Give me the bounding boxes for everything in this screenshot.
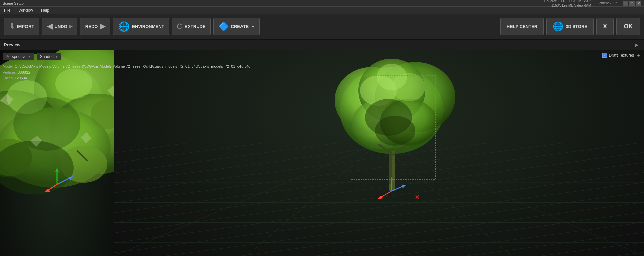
gpu-info: GeForce GTX 1080/PCIe/SSE2 1153/8192 MB … <box>544 0 591 8</box>
checkbox-check-icon: ✓ <box>603 54 606 57</box>
redo-button[interactable]: REDO ▶ <box>80 18 111 35</box>
faces-row: Faces: 129604 <box>3 75 250 81</box>
perspective-label: Perspective <box>6 54 27 59</box>
help-center-button[interactable]: HELP CENTER <box>500 18 544 35</box>
extrude-button[interactable]: ⬡ EXTRUDE <box>172 18 210 35</box>
x-button[interactable]: X <box>596 18 614 35</box>
x-label: X <box>603 23 607 30</box>
create-dropdown-arrow-icon: ▼ <box>251 25 255 28</box>
redo-icon: ▶ <box>100 22 105 31</box>
store-button[interactable]: 🌐 3D STORE <box>546 18 594 35</box>
shaded-dropdown[interactable]: Shaded ▼ <box>37 53 61 60</box>
draft-textures-label: Draft Textures <box>609 53 634 58</box>
model-path-row: Model: Q:/3D/CGAxis-Models-Volume-72-Tre… <box>3 64 250 70</box>
store-icon: 🌐 <box>553 21 564 32</box>
toolbar: ⬇ IMPORT ◀ UNDO ▶ REDO ▶ 🌐 ENVIRONMENT ⬡… <box>0 14 644 40</box>
viewport: ✕ Perspective ▼ Shaded ▼ ✓ Draft Texture… <box>0 50 644 256</box>
restore-button[interactable]: □ <box>629 1 635 6</box>
preview-bar: Preview ▶ <box>0 40 644 50</box>
shaded-label: Shaded <box>40 54 54 59</box>
svg-point-42 <box>377 64 407 90</box>
import-button[interactable]: ⬇ IMPORT <box>4 18 39 35</box>
ok-label: OK <box>624 23 633 30</box>
help-center-label: HELP CENTER <box>507 24 538 29</box>
svg-marker-53 <box>402 185 406 188</box>
create-icon: 🔷 <box>218 21 229 32</box>
undo-right-icon: ▶ <box>69 24 72 29</box>
svg-text:✕: ✕ <box>415 194 420 201</box>
ok-button[interactable]: OK <box>616 18 640 35</box>
app-version: Element 2.2.2 <box>596 1 617 5</box>
draft-textures-checkbox[interactable]: ✓ <box>602 53 607 58</box>
environment-button[interactable]: 🌐 ENVIRONMENT <box>113 18 169 35</box>
close-button[interactable]: ✕ <box>636 1 641 6</box>
store-label: 3D STORE <box>566 24 587 29</box>
vertices-value: 388812 <box>18 70 30 74</box>
model-path: Q:/3D/CGAxis-Models-Volume-72-Trees-IX/C… <box>15 64 250 68</box>
menu-window[interactable]: Window <box>17 7 34 13</box>
undo-icon: ◀ <box>47 22 53 31</box>
svg-point-44 <box>375 116 415 146</box>
import-label: IMPORT <box>17 24 34 29</box>
create-label: CREATE <box>231 24 249 29</box>
draft-textures-section: ✓ Draft Textures <box>602 53 634 58</box>
extrude-label: EXTRUDE <box>184 24 205 29</box>
undo-label: UNDO <box>55 24 67 29</box>
menu-help[interactable]: Help <box>40 7 51 13</box>
viewport-controls: Perspective ▼ Shaded ▼ <box>3 53 61 60</box>
menubar: File Window Help <box>0 7 644 14</box>
minimize-button[interactable]: ─ <box>623 1 628 6</box>
titlebar: Scene Setup GeForce GTX 1080/PCIe/SSE2 1… <box>0 0 644 7</box>
toolbar-right: HELP CENTER 🌐 3D STORE X OK <box>500 18 640 35</box>
preview-expand-button[interactable]: ▶ <box>633 42 640 48</box>
environment-icon: 🌐 <box>118 21 130 32</box>
extrude-icon: ⬡ <box>177 22 182 30</box>
window-title: Scene Setup <box>3 1 24 5</box>
menu-file[interactable]: File <box>3 7 12 13</box>
vertices-row: Vertices: 388812 <box>3 70 250 76</box>
svg-marker-55 <box>378 195 383 199</box>
perspective-dropdown[interactable]: Perspective ▼ <box>3 53 34 60</box>
preview-label: Preview <box>4 42 20 47</box>
titlebar-right: GeForce GTX 1080/PCIe/SSE2 1153/8192 MB … <box>544 0 641 8</box>
model-info: Model: Q:/3D/CGAxis-Models-Volume-72-Tre… <box>3 64 250 81</box>
titlebar-controls[interactable]: ─ □ ✕ <box>623 1 641 6</box>
tree-main-view: ✕ <box>328 57 455 201</box>
redo-label: REDO <box>85 24 98 29</box>
canvas-area: ✕ Perspective ▼ Shaded ▼ ✓ Draft Texture… <box>0 50 644 256</box>
faces-value: 129604 <box>15 76 27 80</box>
shaded-arrow-icon: ▼ <box>55 55 58 58</box>
create-button[interactable]: 🔷 CREATE ▼ <box>213 18 260 35</box>
import-icon: ⬇ <box>9 22 15 31</box>
undo-button[interactable]: ◀ UNDO ▶ <box>42 18 77 35</box>
environment-label: ENVIRONMENT <box>132 24 164 29</box>
perspective-arrow-icon: ▼ <box>28 55 31 58</box>
viewport-add-button[interactable]: + <box>635 52 642 59</box>
